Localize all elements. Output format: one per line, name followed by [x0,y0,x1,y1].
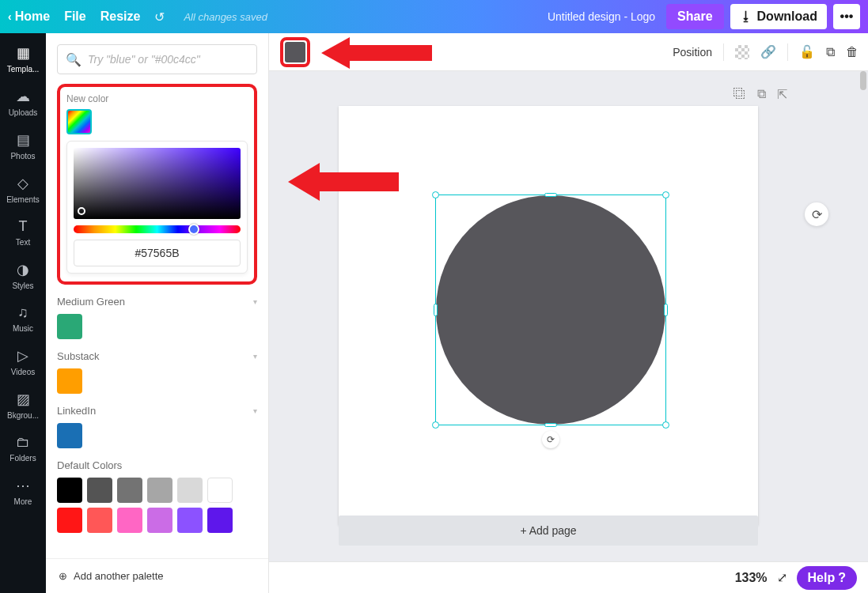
scrollbar-thumb[interactable] [860,71,866,90]
resize-handle-br[interactable] [662,421,669,429]
palette-title-linkedin[interactable]: LinkedIn▾ [57,405,257,417]
rotate-handle[interactable]: ⟳ [542,431,559,448]
rail-background[interactable]: ▨Bkgrou... [0,384,46,428]
folders-icon: 🗀 [0,434,46,451]
palette-title-substack[interactable]: Substack▾ [57,350,257,362]
zoom-level[interactable]: 133% [735,571,768,585]
page-canvas[interactable]: ⟳ [339,106,758,525]
resize-handle-bl[interactable] [432,421,439,429]
search-icon: 🔍 [66,52,81,67]
swatch-default[interactable] [147,478,172,503]
help-button[interactable]: Help? [797,566,857,590]
rail-label: Folders [0,454,46,463]
chevron-down-icon: ▾ [253,297,257,306]
rail-uploads[interactable]: ☁Uploads [0,81,46,125]
search-input[interactable] [88,53,248,66]
rail-label: More [0,497,46,506]
swatch-default[interactable] [87,478,112,503]
resize-menu[interactable]: Resize [100,9,141,24]
videos-icon: ▷ [0,347,46,364]
circle-shape[interactable] [436,195,665,425]
music-icon: ♫ [0,304,46,321]
swatch-default[interactable] [147,508,172,533]
more-icon: ⋯ [0,477,46,494]
rail-photos[interactable]: ▤Photos [0,125,46,168]
design-title[interactable]: Untitled design - Logo [548,10,655,23]
swatch-substack[interactable] [57,368,82,394]
file-menu[interactable]: File [64,9,86,24]
swatch-default[interactable] [117,508,142,533]
saturation-cursor[interactable] [78,207,85,215]
swatch-default[interactable] [117,478,142,503]
link-button[interactable]: 🔗 [760,44,776,59]
canvas-area: Position 🔗 🔓 ⧉ 🗑 ⿻ ⧉ ⇱ [269,33,868,593]
hue-slider[interactable] [74,225,241,233]
export-page-icon[interactable]: ⇱ [777,87,787,102]
lock-button[interactable]: 🔓 [799,44,815,59]
rail-styles[interactable]: ◑Styles [0,255,46,298]
copy-page-icon[interactable]: ⿻ [733,87,746,102]
swatch-default[interactable] [57,478,82,503]
back-home-button[interactable]: ‹ Home [8,9,50,24]
palette-title-label: Substack [57,350,99,362]
more-button[interactable]: ••• [833,4,860,29]
help-label: Help [808,571,836,585]
palette-title-label: Medium Green [57,296,125,308]
swatch-medium-green[interactable] [57,314,82,339]
saturation-area[interactable] [74,148,241,219]
annotation-arrow-top [321,34,432,72]
rail-elements[interactable]: ◇Elements [0,168,46,212]
rail-label: Music [0,324,46,333]
share-button[interactable]: Share [666,4,723,29]
rail-text[interactable]: TText [0,212,46,255]
transparency-button[interactable] [735,45,749,59]
duplicate-button[interactable]: ⧉ [826,45,835,59]
position-button[interactable]: Position [673,46,712,59]
swatch-default[interactable] [57,508,82,533]
stage[interactable]: ⿻ ⧉ ⇱ ⟳ ⟳ + Add page [269,71,868,561]
palette-title-medium-green[interactable]: Medium Green▾ [57,296,257,308]
svg-marker-0 [321,37,432,69]
swatch-default[interactable] [207,508,233,533]
hex-input[interactable]: #57565B [74,240,241,266]
rail-music[interactable]: ♫Music [0,298,46,341]
resize-handle-r[interactable] [664,304,668,316]
uploads-icon: ☁ [0,88,46,105]
chevron-down-icon: ▾ [253,406,257,415]
chevron-left-icon: ‹ [8,10,12,23]
swatch-default[interactable] [177,508,203,533]
fullscreen-button[interactable]: ⤢ [777,570,787,585]
hue-thumb[interactable] [188,224,199,235]
selection-box[interactable]: ⟳ [435,195,666,425]
rail-folders[interactable]: 🗀Folders [0,428,46,470]
styles-icon: ◑ [0,261,46,278]
add-palette-button[interactable]: ⊕ Add another palette [46,558,268,593]
sync-button[interactable]: ⟳ [805,202,828,226]
resize-handle-l[interactable] [434,304,438,316]
duplicate-page-icon[interactable]: ⧉ [757,87,766,102]
undo-button[interactable]: ↺ [154,9,165,25]
add-new-color-swatch[interactable] [66,109,92,134]
rail-more[interactable]: ⋯More [0,470,46,514]
swatch-default[interactable] [177,478,203,503]
rail-templates[interactable]: ▦Templa... [0,38,46,81]
add-palette-label: Add another palette [74,570,163,582]
resize-handle-tl[interactable] [432,191,439,198]
resize-handle-tr[interactable] [662,191,669,198]
vertical-scrollbar[interactable] [859,71,868,561]
save-status: All changes saved [184,11,267,23]
resize-handle-b[interactable] [544,423,557,427]
resize-handle-t[interactable] [544,193,557,197]
color-search[interactable]: 🔍 [57,44,257,74]
swatch-linkedin[interactable] [57,423,82,448]
rail-label: Bkgrou... [0,411,46,420]
swatch-default[interactable] [87,508,112,533]
rail-label: Photos [0,152,46,161]
download-button[interactable]: ⭳ Download [730,4,827,29]
fill-color-button[interactable] [285,42,305,62]
selected-color-highlight [280,37,310,67]
add-page-button[interactable]: + Add page [339,516,758,546]
delete-button[interactable]: 🗑 [846,45,859,59]
rail-videos[interactable]: ▷Videos [0,341,46,384]
swatch-default[interactable] [207,478,233,503]
